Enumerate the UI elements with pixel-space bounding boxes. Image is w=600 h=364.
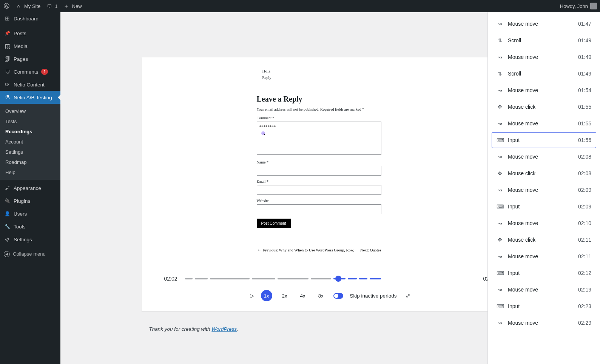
arrow-left-icon: ← xyxy=(257,247,262,253)
event-label: Scroll xyxy=(508,37,574,43)
event-row[interactable]: Mouse move01:55 xyxy=(492,116,596,131)
event-label: Mouse click xyxy=(508,237,574,243)
website-label: Website xyxy=(257,199,485,203)
move-icon xyxy=(497,320,503,326)
menu-nelio-ab[interactable]: Nelio A/B Testing xyxy=(0,91,60,104)
sub-settings[interactable]: Settings xyxy=(0,147,60,157)
event-time: 01:47 xyxy=(578,21,591,27)
event-label: Mouse move xyxy=(508,287,574,293)
event-row[interactable]: Mouse move02:19 xyxy=(492,282,596,298)
site-link[interactable]: My Site xyxy=(15,3,40,9)
event-row[interactable]: Input01:56 xyxy=(492,132,596,148)
website-input xyxy=(257,204,381,214)
menu-tools[interactable]: Tools xyxy=(0,220,60,233)
menu-posts[interactable]: Posts xyxy=(0,27,60,40)
fullscreen-button[interactable]: ⤢ xyxy=(406,292,410,299)
click-icon xyxy=(497,170,503,176)
comments-link[interactable]: 1 xyxy=(46,3,57,9)
email-label: Email * xyxy=(257,179,485,184)
close-panel-button[interactable]: ✕ xyxy=(487,27,488,40)
sub-help[interactable]: Help xyxy=(0,167,60,177)
menu-users[interactable]: Users xyxy=(0,207,60,220)
skip-inactive-toggle[interactable] xyxy=(333,293,343,299)
move-icon xyxy=(497,120,503,126)
menu-nelio-content[interactable]: Nelio Content xyxy=(0,78,60,91)
move-icon xyxy=(497,287,503,293)
timeline-track[interactable] xyxy=(185,276,476,281)
menu-comments[interactable]: Comments1 xyxy=(0,65,60,78)
pages-icon xyxy=(4,56,11,62)
comment-label: Comment * xyxy=(257,116,485,120)
event-row[interactable]: Mouse click02:08 xyxy=(492,165,596,181)
event-row[interactable]: Input02:12 xyxy=(492,265,596,281)
event-row[interactable]: Mouse move02:11 xyxy=(492,248,596,264)
event-row[interactable]: Mouse click01:55 xyxy=(492,99,596,115)
comments-badge: 1 xyxy=(41,69,48,75)
speed-4x[interactable]: 4x xyxy=(297,290,308,301)
new-label: New xyxy=(72,3,82,9)
post-comment-button: Post Comment xyxy=(257,219,291,228)
wordpress-link[interactable]: WordPress xyxy=(211,326,237,332)
sub-overview[interactable]: Overview xyxy=(0,106,60,116)
event-label: Mouse move xyxy=(508,320,574,326)
event-row[interactable]: Mouse move01:54 xyxy=(492,82,596,98)
menu-appearance[interactable]: Appearance xyxy=(0,182,60,194)
event-time: 02:11 xyxy=(578,253,591,259)
menu-plugins[interactable]: Plugins xyxy=(0,194,60,207)
menu-dashboard[interactable]: Dashboard xyxy=(0,12,60,25)
current-time: 02:02 xyxy=(164,276,177,282)
event-row[interactable]: Scroll01:49 xyxy=(492,66,596,82)
tools-icon xyxy=(4,223,11,230)
event-time: 01:55 xyxy=(578,104,591,110)
howdy-user[interactable]: Howdy, John xyxy=(560,3,597,9)
sub-recordings[interactable]: Recordings xyxy=(0,126,60,137)
event-label: Input xyxy=(508,270,574,276)
collapse-menu[interactable]: Collapse menu xyxy=(0,248,60,260)
sub-account[interactable]: Account xyxy=(0,137,60,147)
event-row[interactable]: Mouse move02:29 xyxy=(492,315,596,331)
speed-1x[interactable]: 1x xyxy=(261,290,272,301)
event-label: Input xyxy=(508,303,574,309)
comments-icon xyxy=(4,68,11,75)
menu-settings[interactable]: Settings xyxy=(0,233,60,246)
sub-tests[interactable]: Tests xyxy=(0,116,60,126)
event-row[interactable]: Mouse move02:09 xyxy=(492,182,596,198)
event-time: 02:19 xyxy=(578,287,591,293)
speed-2x[interactable]: 2x xyxy=(279,290,290,301)
name-label: Name * xyxy=(257,160,485,164)
event-row[interactable]: Input02:09 xyxy=(492,199,596,214)
event-row[interactable]: Input02:23 xyxy=(492,298,596,314)
move-icon xyxy=(497,87,503,93)
wordpress-icon xyxy=(3,3,10,9)
media-icon xyxy=(4,43,11,49)
move-icon xyxy=(497,253,503,259)
event-label: Mouse move xyxy=(508,154,574,160)
wp-logo[interactable] xyxy=(3,3,10,9)
event-label: Mouse move xyxy=(508,21,574,27)
new-link[interactable]: New xyxy=(63,3,82,9)
menu-pages[interactable]: Pages xyxy=(0,52,60,65)
speed-8x[interactable]: 8x xyxy=(315,290,327,301)
event-time: 02:08 xyxy=(578,170,591,176)
event-row[interactable]: Mouse move01:49 xyxy=(492,49,596,65)
click-icon xyxy=(497,104,503,110)
email-input xyxy=(257,185,381,195)
player-controls: 02:02 02:53 xyxy=(142,268,519,311)
dashboard-icon xyxy=(4,15,11,22)
timeline-thumb[interactable] xyxy=(335,276,341,282)
event-time: 02:09 xyxy=(578,187,591,193)
event-row[interactable]: Mouse move02:10 xyxy=(492,215,596,231)
comment-icon xyxy=(46,3,52,9)
sub-roadmap[interactable]: Roadmap xyxy=(0,157,60,167)
event-label: Input xyxy=(508,204,574,210)
comment-count: 1 xyxy=(55,3,57,9)
menu-media[interactable]: Media xyxy=(0,40,60,52)
event-row[interactable]: Mouse move01:47 xyxy=(492,16,596,32)
scroll-icon xyxy=(497,37,503,43)
event-row[interactable]: Scroll01:49 xyxy=(492,32,596,48)
collapse-icon xyxy=(4,251,10,257)
event-row[interactable]: Mouse move02:08 xyxy=(492,149,596,165)
event-time: 02:23 xyxy=(578,303,591,309)
event-row[interactable]: Mouse click02:11 xyxy=(492,232,596,248)
play-button[interactable]: ▷ xyxy=(250,293,254,299)
